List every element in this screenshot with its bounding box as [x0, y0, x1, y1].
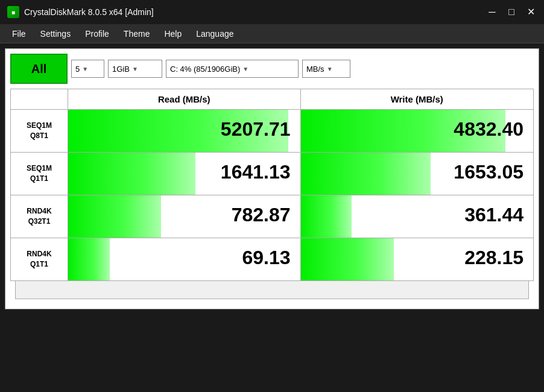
- read-value-text: 782.87: [68, 195, 300, 235]
- write-value-rnd4k-q1t1: 228.15: [301, 238, 534, 280]
- read-value-text: 1641.13: [68, 153, 300, 192]
- write-value-seq1m-q8t1: 4832.40: [301, 110, 534, 152]
- drive-arrow-icon: ▼: [242, 66, 248, 72]
- count-value: 5: [75, 65, 80, 74]
- count-arrow-icon: ▼: [82, 66, 88, 72]
- read-value-text: 69.13: [68, 238, 300, 277]
- size-value: 1GiB: [112, 65, 130, 74]
- read-value-seq1m-q1t1: 1641.13: [68, 153, 301, 195]
- size-arrow-icon: ▼: [132, 66, 138, 72]
- all-button[interactable]: All: [10, 54, 68, 84]
- menu-language[interactable]: Language: [189, 27, 241, 41]
- titlebar-left: ■ CrystalDiskMark 8.0.5 x64 [Admin]: [7, 6, 154, 18]
- close-button[interactable]: ✕: [525, 7, 537, 17]
- header-empty-cell: [11, 89, 68, 109]
- unit-dropdown[interactable]: MB/s ▼: [302, 60, 350, 78]
- read-header: Read (MB/s): [68, 89, 301, 109]
- minimize-button[interactable]: ─: [486, 7, 498, 17]
- row-label-text: RND4KQ32T1: [27, 206, 51, 227]
- row-label-rnd4k-q32t1: RND4KQ32T1: [11, 195, 68, 238]
- results-grid: Read (MB/s) Write (MB/s) SEQ1MQ8T1 5207.…: [10, 89, 534, 281]
- grid-header: Read (MB/s) Write (MB/s): [11, 89, 533, 110]
- table-row: SEQ1MQ8T1 5207.71 4832.40: [11, 110, 533, 153]
- titlebar-title: CrystalDiskMark 8.0.5 x64 [Admin]: [24, 7, 154, 17]
- maximize-button[interactable]: □: [505, 7, 517, 17]
- row-label-seq1m-q1t1: SEQ1MQ1T1: [11, 153, 68, 195]
- drive-value: C: 4% (85/1906GiB): [170, 65, 240, 74]
- row-label-text: SEQ1MQ1T1: [27, 163, 52, 184]
- table-row: SEQ1MQ1T1 1641.13 1653.05: [11, 153, 533, 195]
- main-content: All 5 ▼ 1GiB ▼ C: 4% (85/1906GiB) ▼ MB/s…: [5, 48, 539, 309]
- menu-help[interactable]: Help: [157, 27, 189, 41]
- unit-value: MB/s: [306, 65, 324, 74]
- write-value-seq1m-q1t1: 1653.05: [301, 153, 534, 195]
- row-label-seq1m-q8t1: SEQ1MQ8T1: [11, 110, 68, 152]
- read-value-rnd4k-q1t1: 69.13: [68, 238, 301, 280]
- menu-settings[interactable]: Settings: [33, 27, 78, 41]
- write-value-text: 228.15: [301, 238, 534, 277]
- count-dropdown[interactable]: 5 ▼: [71, 60, 104, 78]
- row-label-rnd4k-q1t1: RND4KQ1T1: [11, 238, 68, 280]
- read-value-seq1m-q8t1: 5207.71: [68, 110, 301, 152]
- row-label-text: SEQ1MQ8T1: [27, 121, 52, 141]
- size-dropdown[interactable]: 1GiB ▼: [108, 60, 162, 78]
- titlebar: ■ CrystalDiskMark 8.0.5 x64 [Admin] ─ □ …: [0, 0, 544, 24]
- controls-row: All 5 ▼ 1GiB ▼ C: 4% (85/1906GiB) ▼ MB/s…: [10, 54, 534, 84]
- unit-arrow-icon: ▼: [327, 66, 333, 72]
- menu-theme[interactable]: Theme: [116, 27, 157, 41]
- write-value-rnd4k-q32t1: 361.44: [301, 195, 534, 238]
- write-value-text: 1653.05: [301, 153, 534, 192]
- write-header: Write (MB/s): [301, 89, 534, 109]
- menu-profile[interactable]: Profile: [78, 27, 116, 41]
- status-bar: [15, 281, 529, 299]
- menu-file[interactable]: File: [5, 27, 33, 41]
- drive-dropdown[interactable]: C: 4% (85/1906GiB) ▼: [166, 60, 299, 78]
- menubar: File Settings Profile Theme Help Languag…: [0, 24, 544, 43]
- table-row: RND4KQ32T1 782.87 361.44: [11, 195, 533, 238]
- read-value-text: 5207.71: [68, 110, 300, 149]
- write-value-text: 361.44: [301, 195, 534, 235]
- row-label-text: RND4KQ1T1: [27, 249, 51, 270]
- titlebar-controls: ─ □ ✕: [486, 7, 537, 17]
- read-value-rnd4k-q32t1: 782.87: [68, 195, 301, 238]
- app-icon: ■: [7, 6, 19, 18]
- table-row: RND4KQ1T1 69.13 228.15: [11, 238, 533, 280]
- write-value-text: 4832.40: [301, 110, 534, 149]
